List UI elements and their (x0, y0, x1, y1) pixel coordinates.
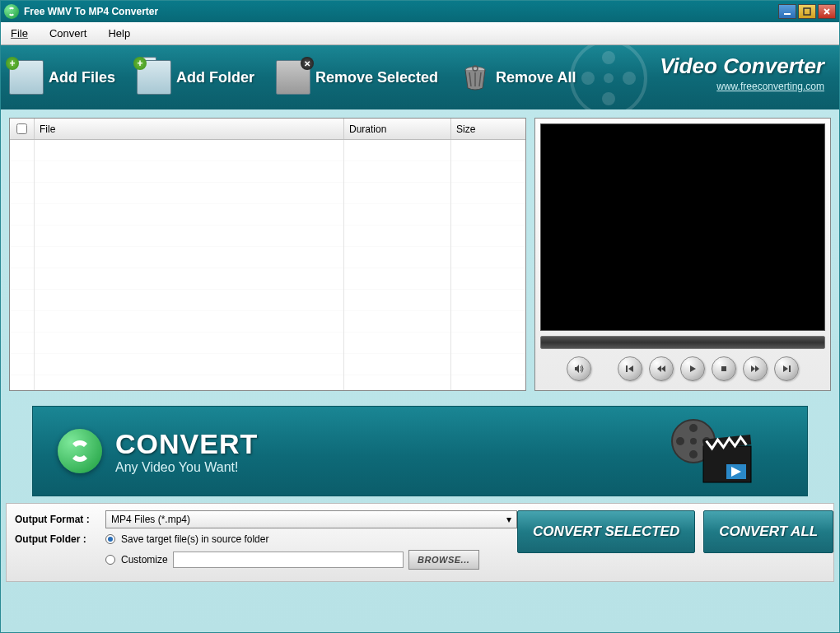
chevron-down-icon: ▾ (506, 514, 511, 525)
progress-bar[interactable] (540, 336, 825, 349)
select-all-checkbox[interactable] (16, 123, 27, 134)
preview-panel (534, 118, 831, 391)
forward-button[interactable] (743, 356, 768, 381)
volume-button[interactable] (567, 356, 591, 381)
stop-button[interactable] (712, 356, 736, 381)
svg-point-14 (689, 424, 698, 432)
custom-folder-input[interactable] (173, 552, 404, 568)
banner-title: CONVERT (115, 428, 258, 460)
convert-all-button[interactable]: CONVERT ALL (703, 510, 833, 553)
svg-point-17 (676, 437, 684, 445)
add-folder-label: Add Folder (176, 69, 254, 86)
player-controls (540, 352, 825, 385)
browse-button[interactable]: BROWSE... (408, 550, 479, 570)
radio-icon (105, 534, 115, 544)
add-files-button[interactable]: + Add Files (9, 60, 115, 95)
file-list-header: File Duration Size (10, 119, 525, 140)
add-files-label: Add Files (49, 69, 115, 86)
remove-selected-button[interactable]: ✕ Remove Selected (276, 60, 438, 95)
window-title: Free WMV To MP4 Converter (24, 6, 777, 17)
remove-selected-label: Remove Selected (315, 69, 438, 86)
remove-all-button[interactable]: Remove All (460, 62, 576, 93)
toolbar: + Add Files + Add Folder ✕ Remove Select… (1, 45, 839, 109)
remove-all-label: Remove All (496, 69, 576, 86)
video-preview[interactable] (540, 123, 825, 331)
svg-rect-1 (804, 8, 810, 15)
radio-customize[interactable]: Customize (105, 554, 168, 566)
app-icon (4, 4, 19, 19)
maximize-button[interactable] (798, 4, 816, 19)
svg-point-7 (604, 73, 614, 83)
file-list-body[interactable] (10, 140, 525, 390)
add-folder-button[interactable]: + Add Folder (137, 60, 254, 95)
prev-track-button[interactable] (618, 356, 642, 381)
titlebar[interactable]: Free WMV To MP4 Converter (1, 1, 839, 22)
brand-area: Video Converter www.freeconverting.com (660, 54, 824, 92)
svg-rect-10 (626, 365, 628, 372)
svg-point-3 (602, 51, 615, 64)
play-button[interactable] (680, 356, 705, 381)
add-files-icon: + (9, 60, 44, 95)
menu-help[interactable]: Help (105, 24, 133, 43)
action-buttons: CONVERT SELECTED CONVERT ALL (517, 510, 833, 553)
svg-point-5 (602, 92, 615, 105)
output-settings: Output Format : MP4 Files (*.mp4) ▾ Outp… (15, 510, 517, 575)
output-format-select[interactable]: MP4 Files (*.mp4) ▾ (105, 510, 517, 528)
brand-link[interactable]: www.freeconverting.com (660, 81, 824, 92)
radio-save-source-label: Save target file(s) in source folder (121, 533, 268, 545)
menu-convert[interactable]: Convert (46, 24, 91, 43)
column-size[interactable]: Size (451, 119, 525, 139)
file-list-panel: File Duration Size (9, 118, 526, 391)
output-format-label: Output Format : (15, 514, 105, 525)
brand-title: Video Converter (660, 54, 824, 79)
close-button[interactable] (818, 4, 836, 19)
remove-selected-icon: ✕ (276, 60, 310, 95)
svg-rect-12 (789, 365, 791, 372)
radio-customize-label: Customize (121, 554, 168, 566)
rewind-button[interactable] (649, 356, 674, 381)
app-window: Free WMV To MP4 Converter File Convert H… (0, 0, 840, 633)
svg-point-4 (623, 72, 636, 85)
content-area: File Duration Size (1, 109, 839, 399)
radio-icon (105, 555, 115, 565)
svg-rect-11 (721, 366, 726, 371)
menu-file[interactable]: File (7, 24, 31, 43)
svg-rect-0 (784, 13, 791, 15)
remove-all-icon (460, 62, 491, 93)
column-file[interactable]: File (35, 119, 344, 139)
convert-selected-button[interactable]: CONVERT SELECTED (517, 510, 695, 553)
radio-save-source[interactable]: Save target file(s) in source folder (105, 533, 268, 545)
film-reel-decor-icon (567, 45, 650, 109)
svg-point-18 (690, 438, 697, 444)
add-folder-icon: + (137, 60, 171, 95)
svg-point-16 (689, 450, 698, 458)
banner-text: CONVERT Any Video You Want! (115, 428, 258, 475)
banner-subtitle: Any Video You Want! (115, 460, 258, 475)
output-folder-label: Output Folder : (15, 533, 105, 545)
menubar: File Convert Help (1, 22, 839, 45)
convert-banner: CONVERT Any Video You Want! (32, 406, 808, 496)
convert-banner-icon (58, 429, 102, 473)
next-track-button[interactable] (774, 356, 799, 381)
minimize-button[interactable] (778, 4, 796, 19)
output-format-value: MP4 Files (*.mp4) (111, 514, 190, 525)
bottom-panel: Output Format : MP4 Files (*.mp4) ▾ Outp… (6, 503, 834, 582)
column-duration[interactable]: Duration (344, 119, 451, 139)
svg-point-6 (581, 72, 595, 85)
clapperboard-icon (667, 418, 758, 491)
column-checkbox[interactable] (10, 119, 35, 139)
